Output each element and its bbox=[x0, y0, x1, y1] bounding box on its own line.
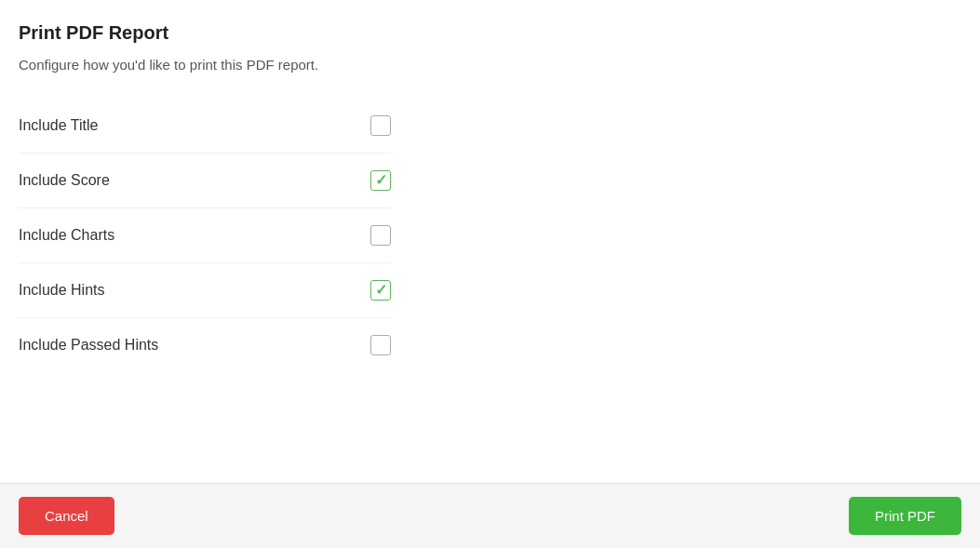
option-row: Include Hints✓ bbox=[19, 263, 391, 318]
checkbox-visual-include-charts: ✓ bbox=[370, 225, 391, 246]
checkbox-wrapper-include-charts[interactable]: ✓ bbox=[370, 225, 391, 246]
checkmark-icon-include-score: ✓ bbox=[375, 173, 387, 188]
checkbox-wrapper-include-title[interactable]: ✓ bbox=[370, 115, 391, 136]
dialog-content: Print PDF Report Configure how you'd lik… bbox=[0, 0, 980, 483]
checkbox-visual-include-hints: ✓ bbox=[370, 280, 391, 301]
option-row: Include Title✓ bbox=[19, 99, 391, 154]
checkbox-wrapper-include-hints[interactable]: ✓ bbox=[370, 280, 391, 301]
option-label-include-score: Include Score bbox=[19, 172, 110, 189]
print-button[interactable]: Print PDF bbox=[849, 497, 961, 535]
dialog-subtitle: Configure how you'd like to print this P… bbox=[19, 57, 961, 73]
option-label-include-hints: Include Hints bbox=[19, 282, 105, 299]
dialog-title: Print PDF Report bbox=[19, 22, 961, 44]
option-row: Include Score✓ bbox=[19, 154, 391, 208]
checkbox-visual-include-title: ✓ bbox=[370, 115, 391, 136]
option-label-include-title: Include Title bbox=[19, 117, 98, 134]
checkbox-wrapper-include-score[interactable]: ✓ bbox=[370, 170, 391, 191]
option-label-include-passed-hints: Include Passed Hints bbox=[19, 337, 158, 354]
option-row: Include Passed Hints✓ bbox=[19, 318, 391, 372]
checkmark-icon-include-hints: ✓ bbox=[375, 283, 387, 298]
checkbox-visual-include-passed-hints: ✓ bbox=[370, 335, 391, 355]
option-label-include-charts: Include Charts bbox=[19, 227, 114, 244]
option-row: Include Charts✓ bbox=[19, 208, 391, 263]
cancel-button[interactable]: Cancel bbox=[19, 497, 114, 535]
checkbox-visual-include-score: ✓ bbox=[370, 170, 391, 191]
checkbox-wrapper-include-passed-hints[interactable]: ✓ bbox=[370, 335, 391, 355]
dialog-footer: Cancel Print PDF bbox=[0, 483, 980, 548]
options-container: Include Title✓Include Score✓Include Char… bbox=[19, 99, 961, 372]
